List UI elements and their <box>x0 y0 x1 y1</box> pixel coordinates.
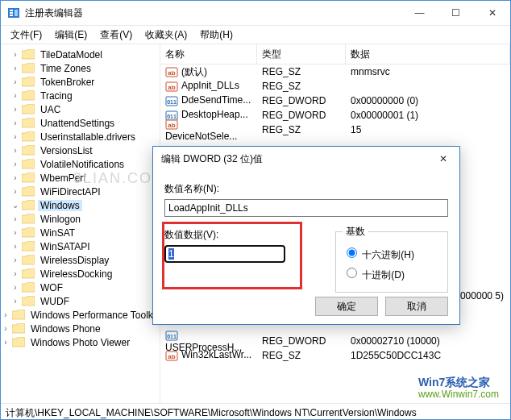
expand-icon[interactable]: › <box>10 146 20 155</box>
folder-icon <box>12 323 25 334</box>
status-path: 计算机\HKEY_LOCAL_MACHINE\SOFTWARE\Microsof… <box>6 406 417 420</box>
folder-icon <box>22 77 35 87</box>
expand-icon[interactable]: › <box>10 297 20 306</box>
expand-icon[interactable]: › <box>10 91 20 100</box>
tree-label: WirelessDisplay <box>38 255 111 266</box>
tree-item[interactable]: ›Windows Performance Toolk <box>1 308 160 322</box>
radio-dec-input[interactable] <box>347 268 357 278</box>
value-data-input[interactable] <box>164 245 285 263</box>
list-row[interactable]: abDeviceNotSele...REG_SZ15 <box>160 123 510 137</box>
radio-hex-input[interactable] <box>347 247 357 258</box>
svg-text:011: 011 <box>167 334 177 339</box>
tree-item-winsatapi[interactable]: ›WinSATAPI <box>1 239 160 253</box>
col-name[interactable]: 名称 <box>160 44 257 64</box>
expand-icon[interactable]: › <box>10 64 20 73</box>
expand-icon[interactable]: › <box>10 242 20 251</box>
list-row[interactable]: abWin32kLastWr...REG_SZ1D255C50DCC143C <box>160 348 510 363</box>
tree-pane[interactable]: ›TileDataModel›Time Zones›TokenBroker›Tr… <box>1 44 160 403</box>
expand-icon[interactable]: › <box>10 214 20 223</box>
tree-item[interactable]: ›Windows Photo Viewer <box>1 335 160 349</box>
tree-label: Time Zones <box>38 63 93 74</box>
folder-icon <box>22 282 35 293</box>
dialog-titlebar[interactable]: 编辑 DWORD (32 位)值 ✕ <box>153 147 459 171</box>
tree-item-volatilenotifications[interactable]: ›VolatileNotifications <box>1 157 160 171</box>
menu-help[interactable]: 帮助(H) <box>193 27 239 44</box>
expand-icon[interactable]: › <box>10 269 20 278</box>
tree-label: Windows <box>38 200 82 211</box>
tree-label: Windows Performance Toolk <box>28 310 156 321</box>
tree-item-wbemperf[interactable]: ›WbemPerf <box>1 171 160 185</box>
expand-icon[interactable]: › <box>10 160 20 168</box>
tree-item-windows[interactable]: ⌄Windows <box>1 198 160 212</box>
expand-icon[interactable]: › <box>10 187 20 196</box>
dialog-close-button[interactable]: ✕ <box>427 147 459 171</box>
value-name-input[interactable] <box>164 199 448 217</box>
tree-item-wirelessdisplay[interactable]: ›WirelessDisplay <box>1 253 160 267</box>
radio-dec[interactable]: 十进制(D) <box>343 265 441 282</box>
svg-rect-2 <box>10 12 13 14</box>
dword-value-icon: 011 <box>165 94 178 107</box>
col-type[interactable]: 类型 <box>257 44 346 64</box>
list-row[interactable]: ab(默认)REG_SZmnmsrvc <box>160 64 510 79</box>
tree-item-userinstallable-drivers[interactable]: ›Userinstallable.drivers <box>1 130 160 143</box>
svg-text:ab: ab <box>168 69 175 77</box>
tree-label: WinSAT <box>38 227 77 239</box>
tree-label: UnattendSettings <box>38 118 117 129</box>
tree-item-wirelessdocking[interactable]: ›WirelessDocking <box>1 267 160 281</box>
window-title: 注册表编辑器 <box>25 6 401 20</box>
expand-icon[interactable]: › <box>10 173 20 182</box>
tree-label: WirelessDocking <box>38 268 114 280</box>
close-button[interactable]: ✕ <box>474 1 510 25</box>
maximize-button[interactable]: ☐ <box>438 1 474 25</box>
value-name: (默认) <box>181 66 207 77</box>
col-data[interactable]: 数据 <box>346 44 510 64</box>
minimize-button[interactable]: — <box>401 1 438 25</box>
tree-item-tracing[interactable]: ›Tracing <box>1 89 160 102</box>
expand-icon[interactable]: › <box>1 324 10 333</box>
list-row[interactable]: 011USERProcessH...REG_DWORD0x00002710 (1… <box>160 334 510 348</box>
menu-view[interactable]: 查看(V) <box>93 27 139 44</box>
tree-label: Windows Phone <box>28 323 103 335</box>
expand-icon[interactable]: › <box>10 256 20 264</box>
value-type: REG_SZ <box>257 81 346 92</box>
expand-icon[interactable]: › <box>10 77 20 86</box>
dialog-title: 编辑 DWORD (32 位)值 <box>153 152 427 166</box>
value-name: DdeSendTime... <box>181 94 251 106</box>
edit-dword-dialog[interactable]: 编辑 DWORD (32 位)值 ✕ 数值名称(N): 数值数据(V): 基数 … <box>152 146 460 325</box>
tree-item-tiledatamodel[interactable]: ›TileDataModel <box>1 48 160 61</box>
titlebar[interactable]: 注册表编辑器 — ☐ ✕ <box>1 1 510 26</box>
tree-item-uac[interactable]: ›UAC <box>1 102 160 116</box>
tree-item-wof[interactable]: ›WOF <box>1 281 160 294</box>
expand-icon[interactable]: › <box>1 338 10 347</box>
tree-item-versionslist[interactable]: ›VersionsList <box>1 143 160 157</box>
value-data: 1D255C50DCC143C <box>346 350 510 361</box>
expand-icon[interactable]: › <box>10 105 20 114</box>
folder-icon <box>22 49 35 60</box>
expand-icon[interactable]: › <box>10 283 20 292</box>
list-row[interactable]: 011DdeSendTime...REG_DWORD0x00000000 (0) <box>160 94 510 108</box>
expand-icon[interactable]: › <box>10 228 20 237</box>
cancel-button[interactable]: 取消 <box>385 297 448 316</box>
tree-item-tokenbroker[interactable]: ›TokenBroker <box>1 75 160 89</box>
ok-button[interactable]: 确定 <box>315 297 378 316</box>
tree-item-unattendsettings[interactable]: ›UnattendSettings <box>1 116 160 130</box>
menu-file[interactable]: 文件(F) <box>4 27 48 44</box>
value-data: mnmsrvc <box>346 66 510 77</box>
list-row[interactable]: abAppInit_DLLsREG_SZ <box>160 79 510 94</box>
radio-hex[interactable]: 十六进制(H) <box>343 245 441 262</box>
menu-edit[interactable]: 编辑(E) <box>48 27 93 44</box>
dword-value-icon: 011 <box>165 329 178 342</box>
tree-item-time-zones[interactable]: ›Time Zones <box>1 61 160 75</box>
tree-item-winlogon[interactable]: ›Winlogon <box>1 212 160 226</box>
expand-icon[interactable]: › <box>10 119 20 127</box>
expand-icon[interactable]: › <box>10 132 20 141</box>
tree-item[interactable]: ›Windows Phone <box>1 322 160 335</box>
expand-icon[interactable]: ⌄ <box>10 201 20 210</box>
tree-item-winsat[interactable]: ›WinSAT <box>1 226 160 239</box>
expand-icon[interactable]: › <box>1 310 10 319</box>
menu-favorites[interactable]: 收藏夹(A) <box>139 27 193 44</box>
dialog-buttons: 确定 取消 <box>310 297 448 316</box>
tree-item-wudf[interactable]: ›WUDF <box>1 294 160 308</box>
tree-item-wifidirectapi[interactable]: ›WiFiDirectAPI <box>1 185 160 198</box>
expand-icon[interactable]: › <box>10 50 20 59</box>
